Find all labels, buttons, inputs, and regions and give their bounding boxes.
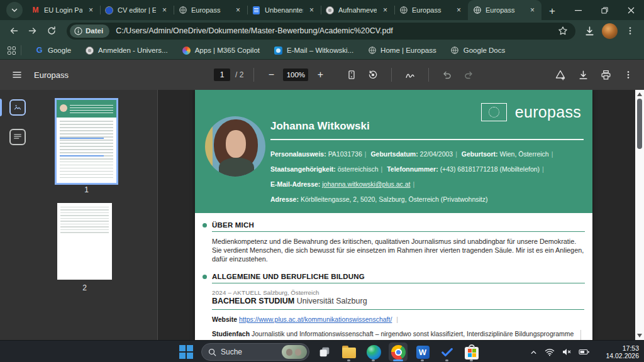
redo-button[interactable] [460,67,477,83]
chrome-button[interactable] [389,343,408,361]
back-button[interactable] [5,22,23,40]
document-viewport[interactable]: europass Johanna Witkowski Personalauswe… [158,90,635,340]
tab-close-icon[interactable]: × [160,6,169,15]
url-text: C:/Users/Admin/OneDrive/Dokumente/Master… [116,26,558,35]
save-to-drive-button[interactable] [552,67,569,83]
windows-logo-icon [179,345,193,359]
zoom-in-button[interactable]: + [313,69,327,80]
volume-muted-icon[interactable] [562,348,572,356]
europass-logo: europass [481,103,581,121]
bookmark-europass-home[interactable]: Home | Europass [360,43,443,58]
bookmark-google-docs[interactable]: Google Docs [443,43,512,58]
restore-button[interactable] [591,0,618,20]
bookmark-star-icon[interactable] [558,26,568,36]
tab-close-icon[interactable]: × [86,6,96,15]
todo-button[interactable] [438,343,457,361]
active-panel-indicator [0,99,2,116]
taskbar-clock[interactable]: 17:53 14.02.2026 [606,341,639,362]
browser-menu-button[interactable] [621,22,639,40]
tab-title: Europass [191,6,230,14]
tabs: M EU Login Pass × CV editor | Eu × Europ… [26,0,541,20]
browser-tab-eu-login[interactable]: M EU Login Pass × [26,0,100,20]
education-section: ALLGEMEINE UND BERUFLICHE BILDUNG [203,273,585,283]
rotate-button[interactable] [365,67,381,83]
pdf-download-button[interactable] [575,67,591,83]
reload-button[interactable] [43,22,60,40]
profile-photo [205,116,265,177]
outline-panel-button[interactable] [9,129,26,145]
pdf-more-button[interactable] [620,67,636,83]
page-thumbnail-1[interactable] [55,98,118,185]
tab-close-icon[interactable]: × [307,6,316,15]
browser-tab-unbenanntes[interactable]: Unbenanntes × [247,0,321,20]
scroll-up-arrow[interactable] [637,92,642,96]
education-period: 2024 – AKTUELL [212,289,262,296]
edge-button[interactable] [364,343,383,361]
forward-button[interactable] [24,22,42,40]
hidden-icons-chevron[interactable] [530,348,538,356]
search-daily-image[interactable] [282,345,307,359]
bookmark-email[interactable]: E-Mail – Witkowski... [267,43,360,58]
taskbar-search[interactable]: Suche [201,343,309,361]
tab-close-icon[interactable]: × [454,6,464,15]
bookmark-google[interactable]: G Google [28,43,78,58]
thumb-cv-header [57,100,116,118]
thumbnails-panel-button[interactable] [9,99,26,116]
zoom-out-button[interactable]: − [264,69,278,80]
minimize-button[interactable] [565,0,591,20]
about-text: Medienkompetenz und die Bewahrung des kr… [212,237,584,264]
fit-page-button[interactable] [343,67,360,83]
wifi-icon[interactable] [545,348,555,356]
pdf-menu-button[interactable] [9,67,25,83]
bookmark-copilot[interactable]: Apps | M365 Copilot [175,43,267,58]
apps-grid-icon[interactable] [8,47,16,55]
start-button[interactable] [177,343,196,361]
tab-close-icon[interactable]: × [233,6,243,15]
close-button[interactable] [618,0,644,20]
annotate-button[interactable] [402,67,418,83]
print-button[interactable] [597,67,614,83]
divider [391,68,392,82]
tab-close-icon[interactable]: × [528,6,537,15]
folder-icon [342,348,356,358]
browser-tab-europass-active[interactable]: Europass × [468,0,541,20]
date-label: 14.02.2026 [606,352,639,360]
copilot-icon [182,46,191,55]
section-bullet [203,223,207,228]
browser-tab-cv-editor[interactable]: CV editor | Eu × [100,0,174,20]
file-scheme-chip[interactable]: Datei [70,25,109,38]
tab-close-icon[interactable]: × [380,6,390,15]
address-bar[interactable]: Datei C:/Users/Admin/OneDrive/Dokumente/… [67,23,575,40]
task-view-button[interactable] [315,343,334,361]
scrollbar-thumb[interactable] [637,99,642,149]
browser-tab-europass-1[interactable]: Europass × [174,0,247,20]
word-button[interactable]: W [413,343,432,361]
download-button[interactable] [580,22,598,40]
bookmark-anmelden[interactable]: Anmelden - Univers... [78,43,175,58]
browser-tab-europass-2[interactable]: Europass × [394,0,468,20]
email-link[interactable]: johanna.witkowski@plus.ac.at [322,180,410,188]
file-explorer-button[interactable] [340,343,358,361]
pdf-page-controls: 1 / 2 − 100% + [214,67,477,83]
bookmark-label: E-Mail – Witkowski... [287,47,353,54]
vertical-scrollbar[interactable] [635,90,644,340]
cv-personal-info: Personalausweis: PA1031736| Geburtsdatum… [270,146,585,207]
page-thumbnail-2[interactable] [57,203,112,280]
word-icon: W [416,346,430,359]
undo-button[interactable] [439,67,455,83]
divider [21,45,21,55]
tab-search-button[interactable] [6,2,23,18]
info-row: Staatsangehörigkeit: österreichisch| Tel… [270,162,585,177]
thumbnail-page-number: 1 [57,185,116,194]
page-number-input[interactable]: 1 [214,69,230,81]
new-tab-button[interactable]: + [544,3,560,19]
bookmark-label: Google Docs [464,47,505,54]
scroll-down-arrow[interactable] [637,334,642,337]
browser-tab-aufnahme[interactable]: Aufnahmever × [321,0,394,20]
google-icon: G [35,46,44,55]
zoom-level-input[interactable]: 100% [283,69,308,81]
store-button[interactable] [462,343,481,361]
website-link[interactable]: https://www.plus.ac.at/kommunikationswis… [239,315,392,323]
profile-avatar[interactable] [602,23,618,39]
battery-icon[interactable] [579,348,590,356]
